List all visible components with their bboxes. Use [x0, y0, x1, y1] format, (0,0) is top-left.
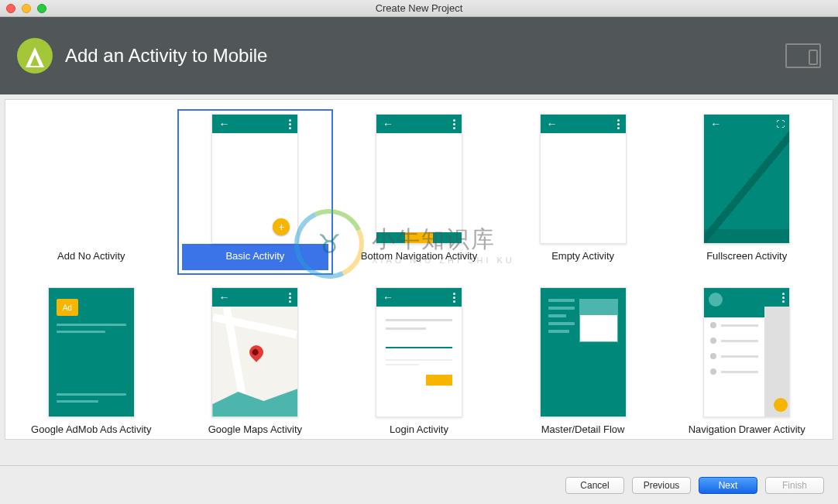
template-label: Fullscreen Activity — [705, 244, 788, 270]
back-arrow-icon: ← — [218, 118, 229, 130]
template-label: Basic Activity — [182, 244, 329, 270]
back-arrow-icon: ← — [383, 118, 393, 130]
overflow-menu-icon — [289, 119, 291, 129]
template-gallery: Add No Activity←+Basic Activity←Bottom N… — [5, 99, 833, 440]
template-card-maps[interactable]: ←Google Maps Activity — [177, 283, 334, 440]
template-card-admob[interactable]: AdGoogle AdMob Ads Activity — [13, 283, 170, 440]
overflow-menu-icon — [289, 293, 291, 303]
finish-button[interactable]: Finish — [765, 477, 824, 494]
page-title: Add an Activity to Mobile — [65, 45, 267, 67]
template-label: Empty Activity — [550, 244, 616, 270]
titlebar: Create New Project — [0, 0, 838, 17]
android-studio-logo-icon — [17, 38, 53, 74]
template-card-none[interactable]: Add No Activity — [13, 109, 170, 275]
wizard-header: Add an Activity to Mobile — [0, 17, 838, 94]
ad-badge: Ad — [57, 299, 78, 316]
overflow-menu-icon — [453, 293, 455, 303]
template-label: Google Maps Activity — [207, 417, 304, 440]
cancel-button[interactable]: Cancel — [565, 477, 624, 494]
template-card-login[interactable]: ←Login Activity — [341, 283, 497, 440]
template-card-empty[interactable]: ←Empty Activity — [505, 109, 661, 275]
template-label: Google AdMob Ads Activity — [29, 417, 153, 440]
template-label: Add No Activity — [56, 244, 126, 270]
overflow-menu-icon — [617, 119, 620, 129]
template-card-navdrawer[interactable]: Navigation Drawer Activity — [668, 283, 825, 440]
previous-button[interactable]: Previous — [632, 477, 691, 494]
map-pin-icon — [247, 342, 266, 362]
next-button[interactable]: Next — [699, 477, 757, 494]
template-label: Master/Detail Flow — [540, 417, 627, 440]
template-card-basic[interactable]: ←+Basic Activity — [177, 109, 334, 275]
fab-icon: + — [273, 218, 290, 235]
fab-icon — [774, 398, 788, 412]
template-card-bottomnav[interactable]: ←Bottom Navigation Activity — [341, 109, 497, 275]
template-card-masterdetail[interactable]: Master/Detail Flow — [505, 283, 661, 440]
template-label: Login Activity — [388, 417, 450, 440]
form-factor-icon — [785, 43, 821, 68]
overflow-menu-icon — [453, 119, 455, 129]
template-label: Bottom Navigation Activity — [359, 244, 479, 270]
window-title: Create New Project — [0, 2, 838, 14]
back-arrow-icon: ← — [547, 118, 558, 130]
back-arrow-icon: ← — [383, 291, 393, 303]
back-arrow-icon: ← — [218, 291, 229, 303]
template-label: Navigation Drawer Activity — [687, 417, 807, 440]
template-card-fullscreen[interactable]: ←⛶Fullscreen Activity — [668, 109, 825, 275]
overflow-menu-icon — [782, 293, 785, 303]
wizard-footer: Cancel Previous Next Finish — [0, 465, 838, 504]
